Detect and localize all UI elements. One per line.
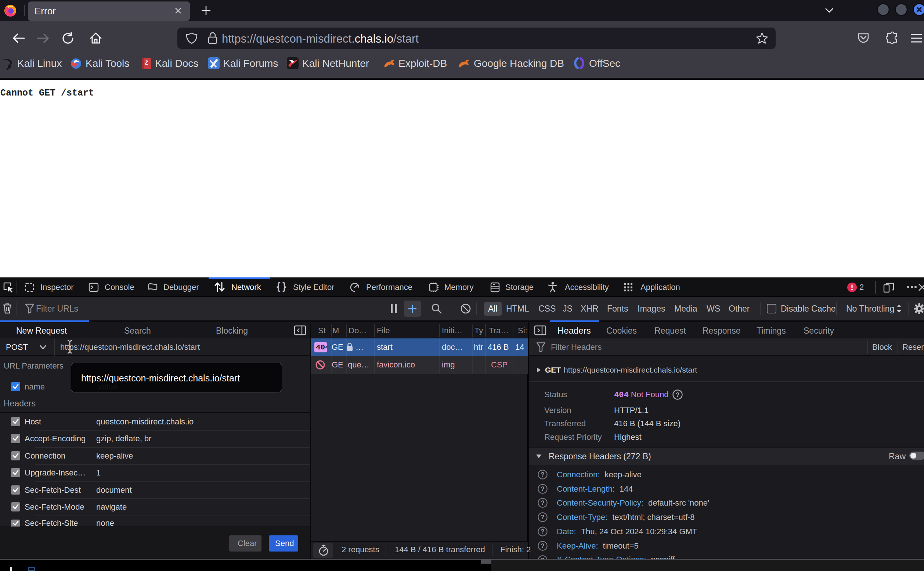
svg-text:?: ? xyxy=(676,391,679,398)
svg-text:?: ? xyxy=(541,528,544,535)
svg-text:?: ? xyxy=(541,514,544,520)
svg-text:?: ? xyxy=(541,542,544,549)
svg-text:?: ? xyxy=(541,485,544,492)
svg-text:?: ? xyxy=(541,471,544,478)
svg-text:?: ? xyxy=(541,499,544,506)
